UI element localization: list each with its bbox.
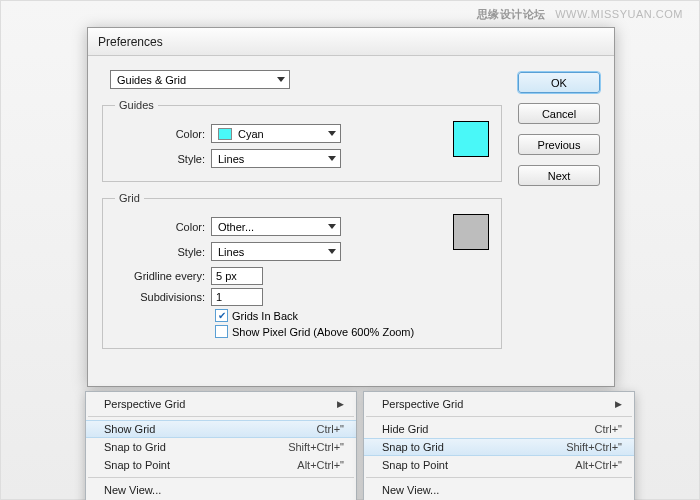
menu-item-perspective-grid[interactable]: Perspective Grid ▶ (86, 395, 356, 413)
menu-item-perspective-grid[interactable]: Perspective Grid ▶ (364, 395, 634, 413)
guides-color-select[interactable]: Cyan (211, 124, 341, 143)
grid-color-label: Color: (115, 221, 211, 233)
guides-color-swatch[interactable] (453, 121, 489, 157)
menu-item-snap-to-grid[interactable]: Snap to Grid Shift+Ctrl+" (86, 438, 356, 456)
menu-separator (88, 416, 354, 417)
menu-item-new-view[interactable]: New View... (86, 481, 356, 499)
watermark-en: WWW.MISSYUAN.COM (555, 8, 683, 20)
menu-item-label: Snap to Point (104, 459, 170, 471)
grid-color-swatch[interactable] (453, 214, 489, 250)
chevron-down-icon (328, 224, 336, 229)
menu-shortcut: Ctrl+" (595, 423, 622, 435)
grids-in-back-label: Grids In Back (232, 310, 298, 322)
grid-legend: Grid (115, 192, 144, 204)
menu-item-label: Perspective Grid (104, 398, 185, 410)
context-menu-a: Perspective Grid ▶ Show Grid Ctrl+" Snap… (85, 391, 357, 500)
menu-item-label: Snap to Grid (382, 441, 444, 453)
chevron-down-icon (328, 156, 336, 161)
guides-style-select[interactable]: Lines (211, 149, 341, 168)
subdivisions-label: Subdivisions: (115, 291, 211, 303)
guides-style-value: Lines (218, 153, 244, 165)
preferences-dialog: Preferences Guides & Grid Guides Color: (87, 27, 615, 387)
show-pixel-grid-checkbox[interactable] (215, 325, 228, 338)
menu-separator (88, 477, 354, 478)
menu-item-show-grid[interactable]: Show Grid Ctrl+" (86, 420, 356, 438)
grid-group: Grid Color: Other... Style: (102, 192, 502, 349)
menu-shortcut: Shift+Ctrl+" (566, 441, 622, 453)
guides-legend: Guides (115, 99, 158, 111)
menu-item-label: New View... (382, 484, 439, 496)
submenu-arrow-icon: ▶ (615, 399, 622, 409)
menu-item-label: Show Grid (104, 423, 155, 435)
menu-item-label: Snap to Grid (104, 441, 166, 453)
submenu-arrow-icon: ▶ (337, 399, 344, 409)
gridline-every-input[interactable] (211, 267, 263, 285)
context-menu-b: Perspective Grid ▶ Hide Grid Ctrl+" Snap… (363, 391, 635, 500)
guides-color-value: Cyan (238, 128, 264, 140)
grid-color-value: Other... (218, 221, 254, 233)
guides-style-label: Style: (115, 153, 211, 165)
menu-item-label: Snap to Point (382, 459, 448, 471)
menu-shortcut: Ctrl+" (317, 423, 344, 435)
chevron-down-icon (328, 249, 336, 254)
grids-in-back-checkbox[interactable]: ✔ (215, 309, 228, 322)
menu-item-snap-to-grid[interactable]: Snap to Grid Shift+Ctrl+" (364, 438, 634, 456)
menu-item-hide-grid[interactable]: Hide Grid Ctrl+" (364, 420, 634, 438)
guides-group: Guides Color: Cyan (102, 99, 502, 182)
menu-separator (366, 477, 632, 478)
menu-shortcut: Alt+Ctrl+" (297, 459, 344, 471)
section-select[interactable]: Guides & Grid (110, 70, 290, 89)
section-select-value: Guides & Grid (117, 74, 186, 86)
menu-item-snap-to-point[interactable]: Snap to Point Alt+Ctrl+" (364, 456, 634, 474)
menu-separator (366, 416, 632, 417)
grid-style-label: Style: (115, 246, 211, 258)
grid-color-select[interactable]: Other... (211, 217, 341, 236)
next-button[interactable]: Next (518, 165, 600, 186)
menu-item-label: New View... (104, 484, 161, 496)
menu-item-new-view[interactable]: New View... (364, 481, 634, 499)
watermark-cn: 思缘设计论坛 (477, 8, 546, 20)
menu-shortcut: Shift+Ctrl+" (288, 441, 344, 453)
dialog-title: Preferences (88, 28, 614, 56)
grid-style-value: Lines (218, 246, 244, 258)
show-pixel-grid-label: Show Pixel Grid (Above 600% Zoom) (232, 326, 414, 338)
cyan-swatch-icon (218, 128, 232, 140)
watermark: 思缘设计论坛 WWW.MISSYUAN.COM (477, 7, 683, 22)
ok-button[interactable]: OK (518, 72, 600, 93)
cancel-button[interactable]: Cancel (518, 103, 600, 124)
grid-style-select[interactable]: Lines (211, 242, 341, 261)
chevron-down-icon (277, 77, 285, 82)
subdivisions-input[interactable] (211, 288, 263, 306)
chevron-down-icon (328, 131, 336, 136)
gridline-every-label: Gridline every: (115, 270, 211, 282)
menu-item-label: Hide Grid (382, 423, 428, 435)
previous-button[interactable]: Previous (518, 134, 600, 155)
menu-shortcut: Alt+Ctrl+" (575, 459, 622, 471)
menu-item-snap-to-point[interactable]: Snap to Point Alt+Ctrl+" (86, 456, 356, 474)
guides-color-label: Color: (115, 128, 211, 140)
menu-item-label: Perspective Grid (382, 398, 463, 410)
